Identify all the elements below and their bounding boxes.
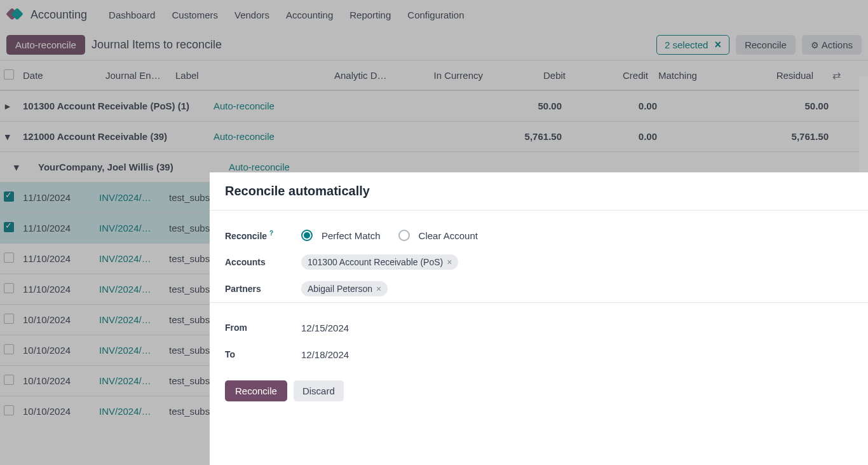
reconcile-field-label: Reconcile ?: [225, 230, 295, 241]
clear-account-label[interactable]: Clear Account: [419, 230, 478, 241]
account-tag-text: 101300 Account Receivable (PoS): [308, 257, 443, 267]
partners-field-label: Partners: [225, 284, 295, 294]
scrollbar-thumb[interactable]: [859, 76, 868, 178]
modal-reconcile-button[interactable]: Reconcile: [225, 380, 287, 401]
partner-tag-text: Abigail Peterson: [308, 284, 372, 294]
from-field-label: From: [225, 323, 295, 333]
reconcile-modal: Reconcile automatically Reconcile ? Perf…: [210, 172, 868, 465]
remove-tag-icon[interactable]: ×: [447, 257, 452, 267]
remove-tag-icon[interactable]: ×: [376, 284, 381, 294]
to-date-input[interactable]: 12/18/2024: [301, 349, 349, 360]
perfect-match-label[interactable]: Perfect Match: [322, 230, 381, 241]
from-date-input[interactable]: 12/15/2024: [301, 323, 349, 333]
help-icon[interactable]: ?: [269, 230, 273, 237]
app-root: Accounting Dashboard Customers Vendors A…: [0, 0, 868, 465]
modal-discard-button[interactable]: Discard: [294, 380, 344, 401]
modal-footer: Reconcile Discard: [210, 368, 868, 414]
to-field-label: To: [225, 349, 295, 359]
account-tag[interactable]: 101300 Account Receivable (PoS) ×: [301, 254, 458, 270]
clear-account-radio[interactable]: [398, 230, 410, 241]
accounts-field-label: Accounts: [225, 257, 295, 267]
partner-tag[interactable]: Abigail Peterson ×: [301, 281, 388, 296]
modal-title: Reconcile automatically: [225, 184, 853, 198]
perfect-match-radio[interactable]: [301, 230, 313, 241]
